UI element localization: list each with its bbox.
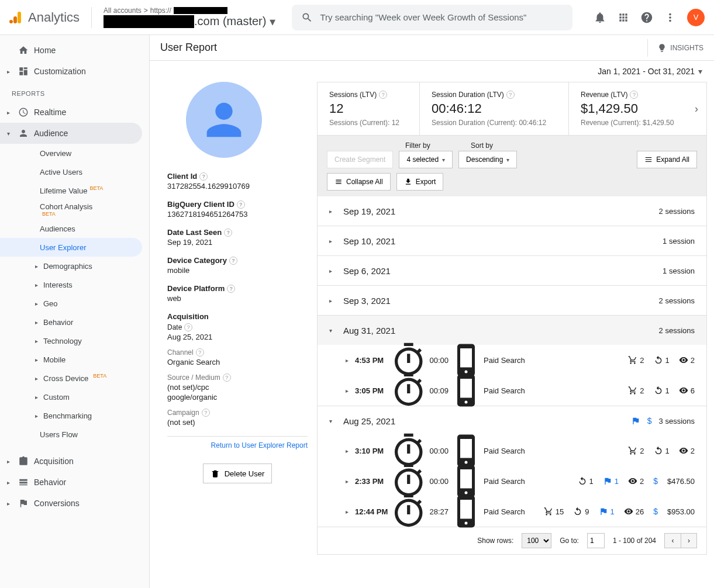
session-row[interactable]: ▸4:53 PM00:00Paid Search212	[318, 345, 706, 375]
bigquery-client-id: 1362718194651264753	[167, 210, 308, 219]
sidebar-item-conversions[interactable]: ▸ Conversions	[0, 493, 149, 514]
search-placeholder: Try searching "Week over Week Growth of …	[320, 12, 526, 22]
date-range-picker[interactable]: Jan 1, 2021 - Oct 31, 2021 ▾	[150, 61, 714, 82]
cart-metric: 2	[628, 355, 644, 365]
pagination: Show rows: 100 Go to: 1 - 100 of 204 ‹ ›	[318, 527, 706, 554]
sidebar-item-cross-device[interactable]: ▸Cross DeviceBETA	[0, 369, 149, 388]
return-metric: 1	[654, 446, 670, 455]
revenue-metric: $	[653, 476, 658, 486]
sidebar-item-behavior[interactable]: ▸Behavior	[0, 313, 149, 331]
return-metric: 1	[654, 386, 670, 395]
sort-dropdown[interactable]: Descending▾	[458, 151, 517, 168]
more-vert-icon[interactable]	[664, 11, 677, 24]
sidebar-item-home[interactable]: Home	[0, 40, 149, 61]
prev-page-button[interactable]: ‹	[664, 533, 681, 548]
filter-dropdown[interactable]: 4 selected▾	[399, 151, 453, 168]
sidebar-item-active-users[interactable]: Active Users	[0, 162, 149, 181]
sidebar-item-cohort[interactable]: Cohort AnalysisBETA	[0, 200, 149, 219]
sidebar-item-benchmarking[interactable]: ▸Benchmarking	[0, 406, 149, 425]
client-id: 317282554.1629910769	[167, 182, 308, 191]
duration: 00:09	[390, 372, 449, 409]
sidebar-item-audience[interactable]: ▾ Audience	[0, 123, 142, 144]
return-metric: 9	[573, 507, 589, 516]
behavior-icon	[18, 476, 29, 488]
create-segment-button: Create Segment	[327, 151, 393, 168]
cart-metric: 2	[628, 446, 644, 455]
user-avatar-icon	[186, 82, 262, 158]
dashboard-icon	[18, 65, 29, 77]
bell-icon[interactable]	[594, 11, 606, 24]
caret-right-icon: ▸	[346, 448, 353, 454]
sidebar-item-realtime[interactable]: ▸ Realtime	[0, 102, 149, 123]
search-icon	[301, 12, 313, 23]
help-icon[interactable]	[640, 11, 653, 24]
expand-all-button[interactable]: Expand All	[637, 151, 697, 168]
return-metric: 1	[578, 476, 594, 486]
session-date[interactable]: ▸Sep 6, 20211 session	[318, 256, 706, 285]
delete-user-button[interactable]: Delete User	[203, 464, 273, 483]
acquisition-icon	[18, 455, 29, 467]
kpi-revenue[interactable]: Revenue (LTV)? $1,429.50 Revenue (Curren…	[569, 82, 706, 135]
insights-icon	[657, 43, 667, 53]
sidebar-item-acquisition[interactable]: ▸ Acquisition	[0, 451, 149, 472]
export-button[interactable]: Export	[396, 173, 444, 191]
insights-button[interactable]: INSIGHTS	[647, 39, 703, 57]
session-date-aug31[interactable]: ▾ Aug 31, 2021 2 sessions	[318, 316, 706, 345]
session-row[interactable]: ▸3:05 PM00:09Paid Search216	[318, 375, 706, 406]
apps-icon[interactable]	[617, 11, 630, 24]
redacted-url	[174, 7, 227, 14]
return-metric: 1	[654, 355, 670, 365]
sidebar-item-users-flow[interactable]: Users Flow	[0, 425, 149, 444]
return-link[interactable]: Return to User Explorer Report	[167, 441, 308, 449]
product-name: Analytics	[28, 10, 80, 25]
sidebar-item-technology[interactable]: ▸Technology	[0, 331, 149, 350]
sidebar-item-mobile[interactable]: ▸Mobile	[0, 350, 149, 369]
sidebar-item-lifetime-value[interactable]: Lifetime ValueBETA	[0, 181, 149, 200]
sidebar-item-overview[interactable]: Overview	[0, 144, 149, 162]
flag-metric: 1	[603, 476, 619, 486]
sidebar-item-demographics[interactable]: ▸Demographics	[0, 257, 149, 275]
app-header: Analytics All accounts > https:// .com (…	[0, 0, 714, 35]
sidebar-section-reports: REPORTS	[0, 82, 149, 102]
next-page-button[interactable]: ›	[681, 533, 697, 548]
expand-icon	[644, 155, 653, 164]
chevron-right-icon: ›	[695, 103, 698, 115]
caret-right-icon: ▸	[329, 238, 337, 244]
views-metric: 6	[679, 386, 695, 395]
main-content: User Report INSIGHTS Jan 1, 2021 - Oct 3…	[150, 35, 714, 588]
device-icon	[449, 343, 484, 378]
goto-input[interactable]	[587, 533, 605, 548]
caret-right-icon: ▸	[329, 268, 337, 274]
session-row[interactable]: ▸3:10 PM00:00Paid Search212	[318, 435, 706, 466]
download-icon	[404, 178, 412, 186]
collapse-icon	[334, 178, 343, 186]
sidebar-item-customization[interactable]: ▸ Customization	[0, 61, 149, 82]
session-row[interactable]: ▸12:44 PM28:27Paid Search159126$$953.00	[318, 496, 706, 527]
session-date[interactable]: ▸Sep 3, 20212 sessions	[318, 286, 706, 315]
logo[interactable]: Analytics	[9, 10, 80, 25]
analytics-logo-icon	[9, 11, 23, 25]
sidebar-item-audiences[interactable]: Audiences	[0, 219, 149, 238]
session-date-aug25[interactable]: ▾ Aug 25, 2021 $ 3 sessions	[318, 406, 706, 435]
collapse-all-button[interactable]: Collapse All	[327, 173, 391, 191]
rows-select[interactable]: 100	[522, 533, 551, 548]
caret-down-icon: ▾	[270, 15, 275, 29]
timeline-controls: Filter by Sort by Create Segment 4 selec…	[318, 136, 706, 196]
views-metric: 26	[624, 507, 644, 516]
session-row[interactable]: ▸2:33 PM00:00Paid Search112$$476.50	[318, 466, 706, 496]
timeline-panel: Sessions (LTV)? 12 Sessions (Current): 1…	[317, 82, 707, 555]
sidebar-item-interests[interactable]: ▸Interests	[0, 275, 149, 294]
session-date[interactable]: ▸Sep 19, 20212 sessions	[318, 196, 706, 226]
sidebar-item-behavior[interactable]: ▸ Behavior	[0, 472, 149, 493]
caret-down-icon: ▾	[329, 327, 337, 334]
session-date[interactable]: ▸Sep 10, 20211 session	[318, 226, 706, 255]
sidebar-item-user-explorer[interactable]: User Explorer	[0, 238, 142, 257]
page-title: User Report	[160, 41, 217, 54]
search-input[interactable]: Try searching "Week over Week Growth of …	[292, 5, 572, 30]
kpi-duration: Session Duration (LTV)? 00:46:12 Session…	[420, 82, 569, 135]
caret-right-icon: ▸	[329, 298, 337, 304]
user-avatar[interactable]: V	[687, 9, 705, 26]
sidebar-item-geo[interactable]: ▸Geo	[0, 294, 149, 313]
account-switcher[interactable]: All accounts > https:// .com (master) ▾	[104, 6, 275, 29]
sidebar-item-custom[interactable]: ▸Custom	[0, 388, 149, 406]
